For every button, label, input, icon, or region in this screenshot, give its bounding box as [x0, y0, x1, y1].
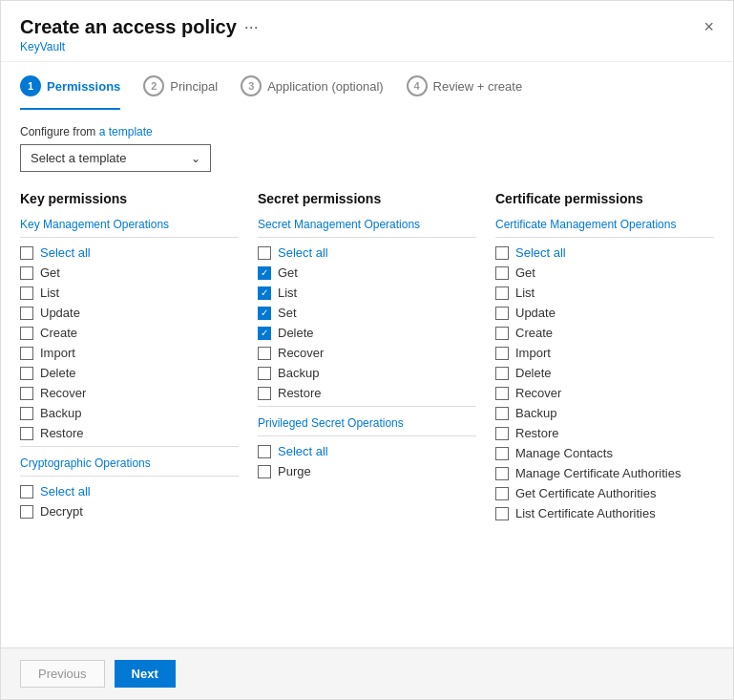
secret-select-all-label[interactable]: Select all — [278, 245, 328, 260]
secret-set-checkbox[interactable] — [258, 307, 271, 320]
key-select-all-checkbox[interactable] — [20, 246, 33, 260]
list-item: Select all — [258, 245, 476, 260]
cert-select-all-checkbox[interactable] — [495, 246, 509, 260]
list-item: Import — [20, 346, 239, 360]
list-item: Create — [495, 326, 714, 340]
key-import-checkbox[interactable] — [20, 347, 33, 360]
secret-list-checkbox[interactable] — [258, 286, 271, 300]
cert-list-label: List — [515, 286, 535, 300]
step-circle-2: 2 — [143, 75, 164, 96]
list-item: Select all — [20, 484, 239, 498]
list-item: List — [495, 286, 714, 300]
key-crypto-select-all-checkbox[interactable] — [20, 485, 33, 498]
list-item: Recover — [495, 386, 714, 400]
key-restore-checkbox[interactable] — [20, 427, 33, 440]
step-circle-4: 4 — [407, 75, 428, 96]
cert-update-label: Update — [515, 306, 556, 320]
key-backup-checkbox[interactable] — [20, 407, 33, 420]
step-circle-1: 1 — [20, 75, 41, 96]
list-item: Restore — [20, 426, 239, 440]
list-item: Select all — [495, 245, 714, 260]
cert-manage-ca-checkbox[interactable] — [495, 467, 509, 480]
list-item: Manage Certificate Authorities — [495, 466, 714, 480]
cert-delete-checkbox[interactable] — [495, 367, 509, 380]
cert-select-all-label[interactable]: Select all — [515, 245, 566, 260]
cert-mgmt-ops-title: Certificate Management Operations — [495, 218, 714, 231]
step-review[interactable]: 4 Review + create — [407, 75, 523, 110]
secret-get-checkbox[interactable] — [258, 266, 271, 280]
cert-recover-checkbox[interactable] — [495, 387, 509, 400]
cert-get-ca-checkbox[interactable] — [495, 487, 509, 500]
list-item: Update — [20, 306, 239, 320]
list-item: List — [20, 286, 239, 300]
cert-list-ca-checkbox[interactable] — [495, 507, 509, 520]
step-permissions[interactable]: 1 Permissions — [20, 75, 120, 110]
secret-permissions-title: Secret permissions — [258, 191, 476, 206]
step-circle-3: 3 — [241, 75, 262, 96]
cert-import-checkbox[interactable] — [495, 347, 509, 360]
secret-select-all-checkbox[interactable] — [258, 246, 271, 260]
list-item: Select all — [20, 245, 239, 260]
cert-backup-checkbox[interactable] — [495, 407, 509, 420]
secret-restore-label: Restore — [278, 386, 322, 400]
secret-recover-checkbox[interactable] — [258, 347, 271, 360]
list-item: Delete — [258, 326, 476, 340]
create-access-policy-panel: Create an access policy ··· × KeyVault 1… — [0, 0, 734, 700]
cert-manage-contacts-checkbox[interactable] — [495, 447, 509, 460]
list-item: Get — [20, 265, 239, 280]
key-crypto-select-all-label[interactable]: Select all — [40, 484, 91, 498]
more-options-icon[interactable]: ··· — [244, 17, 259, 37]
close-button[interactable]: × — [703, 17, 714, 37]
template-select-text: Select a template — [31, 151, 126, 165]
secret-list-label: List — [278, 286, 297, 300]
cert-get-ca-label: Get Certificate Authorities — [515, 486, 656, 500]
template-dropdown[interactable]: Select a template ⌄ — [20, 144, 211, 172]
template-section: Configure from a template Select a templ… — [20, 125, 714, 172]
template-label: Configure from a template — [20, 125, 714, 138]
list-item: Backup — [495, 406, 714, 420]
cert-restore-checkbox[interactable] — [495, 427, 509, 440]
list-item: Get Certificate Authorities — [495, 486, 714, 500]
key-restore-label: Restore — [40, 426, 84, 440]
cert-update-checkbox[interactable] — [495, 307, 509, 320]
key-update-checkbox[interactable] — [20, 307, 33, 320]
panel-body: Configure from a template Select a templ… — [1, 110, 733, 647]
key-delete-checkbox[interactable] — [20, 367, 33, 380]
previous-button[interactable]: Previous — [20, 660, 105, 688]
secret-backup-label: Backup — [278, 366, 319, 380]
secret-backup-checkbox[interactable] — [258, 367, 271, 380]
key-decrypt-checkbox[interactable] — [20, 505, 33, 519]
list-item: Recover — [258, 346, 476, 360]
secret-purge-checkbox[interactable] — [258, 465, 271, 478]
list-item: Manage Contacts — [495, 446, 714, 460]
step-principal[interactable]: 2 Principal — [143, 75, 218, 110]
cert-create-checkbox[interactable] — [495, 327, 509, 340]
step-label-application: Application (optional) — [267, 79, 383, 94]
secret-delete-checkbox[interactable] — [258, 327, 271, 340]
list-item: Update — [495, 306, 714, 320]
key-create-checkbox[interactable] — [20, 327, 33, 340]
panel-footer: Previous Next — [1, 647, 733, 699]
cert-list-checkbox[interactable] — [495, 286, 509, 300]
cert-backup-label: Backup — [515, 406, 556, 420]
key-get-checkbox[interactable] — [20, 266, 33, 280]
permissions-grid: Key permissions Key Management Operation… — [20, 191, 714, 526]
secret-priv-select-all-label[interactable]: Select all — [278, 444, 328, 458]
key-list-label: List — [40, 286, 59, 300]
secret-permissions-column: Secret permissions Secret Management Ope… — [258, 191, 476, 526]
step-application[interactable]: 3 Application (optional) — [241, 75, 383, 110]
secret-restore-checkbox[interactable] — [258, 387, 271, 400]
key-recover-checkbox[interactable] — [20, 387, 33, 400]
secret-get-label: Get — [278, 265, 298, 280]
step-label-principal: Principal — [170, 79, 218, 94]
key-list-checkbox[interactable] — [20, 286, 33, 300]
cert-get-checkbox[interactable] — [495, 266, 509, 280]
next-button[interactable]: Next — [115, 660, 176, 688]
key-permissions-column: Key permissions Key Management Operation… — [20, 191, 239, 526]
key-delete-label: Delete — [40, 366, 76, 380]
list-item: Create — [20, 326, 239, 340]
key-select-all-label[interactable]: Select all — [40, 245, 91, 260]
chevron-down-icon: ⌄ — [191, 152, 200, 165]
secret-priv-select-all-checkbox[interactable] — [258, 445, 271, 458]
template-link[interactable]: a template — [99, 125, 153, 138]
